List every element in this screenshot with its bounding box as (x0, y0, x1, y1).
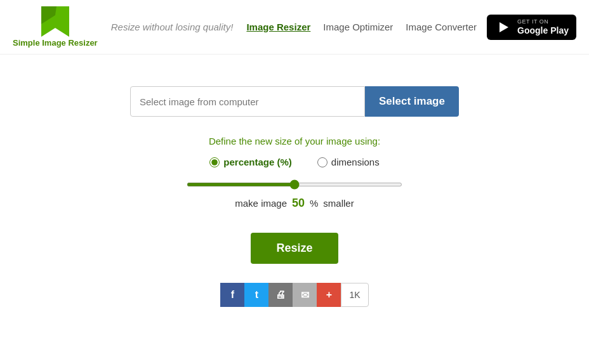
nav-links: Image Resizer Image Optimizer Image Conv… (246, 22, 477, 32)
percent-sign: % (310, 198, 318, 209)
slider-wrap (187, 183, 402, 186)
twitter-icon: t (255, 289, 258, 301)
radio-percentage-input[interactable] (209, 157, 220, 167)
logo-text: Simple Image Resizer (13, 38, 98, 48)
email-icon: ✉ (301, 289, 309, 301)
file-path-input[interactable] (130, 86, 365, 117)
dimensions-label-text: dimensions (331, 157, 380, 167)
google-play-icon (494, 18, 512, 36)
radio-row: percentage (%) dimensions (209, 157, 379, 167)
google-play-label: Google Play (517, 25, 569, 36)
print-icon: 🖨 (275, 289, 286, 301)
print-share-button[interactable]: 🖨 (268, 283, 293, 307)
file-input-row: Select image (130, 86, 459, 117)
twitter-share-button[interactable]: t (244, 283, 268, 307)
plus-icon: + (326, 289, 332, 301)
resize-button[interactable]: Resize (251, 233, 338, 264)
facebook-icon: f (231, 289, 234, 301)
nav-image-optimizer[interactable]: Image Optimizer (323, 22, 393, 32)
get-it-on-label: GET IT ON (517, 18, 569, 25)
tagline: Resize without losing quality! (108, 22, 237, 32)
smaller-label: smaller (323, 198, 354, 209)
radio-dimensions-label[interactable]: dimensions (317, 157, 380, 167)
email-share-button[interactable]: ✉ (293, 283, 317, 307)
share-count: 1K (341, 283, 368, 307)
percentage-label-text: percentage (%) (223, 157, 292, 167)
make-image-label: make image (235, 198, 287, 209)
radio-percentage-label[interactable]: percentage (%) (209, 157, 292, 167)
facebook-share-button[interactable]: f (220, 283, 244, 307)
social-share-row: f t 🖨 ✉ + 1K (220, 283, 368, 307)
radio-dimensions-input[interactable] (317, 157, 328, 167)
select-image-button[interactable]: Select image (365, 86, 459, 117)
percent-value: 50 (292, 197, 305, 210)
resize-slider[interactable] (187, 183, 402, 186)
google-play-text: GET IT ON Google Play (517, 18, 569, 36)
logo-area: Simple Image Resizer (13, 6, 98, 48)
make-image-row: make image 50 % smaller (235, 197, 354, 210)
define-size-text: Define the new size of your image using: (209, 136, 380, 146)
logo-icon (38, 6, 72, 37)
main-content: Select image Define the new size of your… (0, 55, 589, 326)
google-play-button[interactable]: GET IT ON Google Play (487, 15, 576, 40)
plus-share-button[interactable]: + (317, 283, 341, 307)
nav-image-resizer[interactable]: Image Resizer (246, 22, 310, 32)
nav-image-converter[interactable]: Image Converter (406, 22, 477, 32)
header: Simple Image Resizer Resize without losi… (0, 0, 589, 55)
